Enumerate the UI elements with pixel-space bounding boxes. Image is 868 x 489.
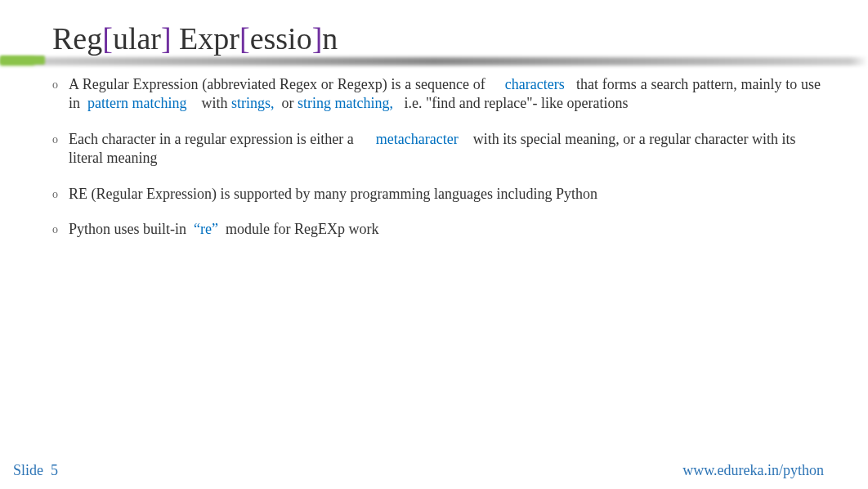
text-segment: A Regular Expression (abbreviated Regex … [69, 76, 490, 92]
slide-label: Slide [13, 462, 43, 478]
footer-url[interactable]: www.edureka.in/python [682, 462, 824, 479]
title-segment: n [322, 21, 338, 56]
slide-number: Slide 5 [13, 462, 58, 479]
title-divider [0, 57, 868, 65]
text-segment: i.e. "find and replace"- like operations [400, 95, 629, 111]
title-segment: Expr [172, 21, 239, 56]
list-item-text: A Regular Expression (abbreviated Regex … [69, 75, 821, 114]
bullet-marker: o [52, 75, 69, 114]
bullet-marker: o [52, 220, 69, 239]
text-segment: Each character in a regular expression i… [69, 131, 357, 147]
title-bracket: ] [312, 21, 323, 56]
list-item-text: Python uses built-in “re” module for Reg… [69, 220, 821, 239]
title-bracket: ] [161, 21, 172, 56]
list-item: o A Regular Expression (abbreviated Rege… [52, 75, 821, 114]
content-list: o A Regular Expression (abbreviated Rege… [52, 75, 821, 255]
text-segment: or [278, 95, 298, 111]
title-segment: essio [250, 21, 312, 56]
link-strings[interactable]: strings, [231, 95, 275, 111]
link-re-module[interactable]: “re” [194, 221, 218, 237]
title-segment: ular [113, 21, 161, 56]
text-segment: with [198, 95, 231, 111]
list-item: o RE (Regular Expression) is supported b… [52, 185, 821, 204]
accent-bar [0, 56, 45, 65]
page-title: Reg[ular] Expr[essio]n [52, 20, 338, 56]
text-segment: module for RegEXp work [221, 221, 378, 237]
link-metacharacter[interactable]: metacharacter [376, 131, 459, 147]
link-characters[interactable]: characters [505, 76, 565, 92]
text-segment: Python uses built-in [69, 221, 190, 237]
list-item-text: Each character in a regular expression i… [69, 130, 821, 168]
link-string-matching[interactable]: string matching, [298, 95, 393, 111]
bullet-marker: o [52, 130, 69, 168]
title-bracket: [ [239, 21, 250, 56]
list-item: o Each character in a regular expression… [52, 130, 821, 168]
title-bracket: [ [102, 21, 113, 56]
bullet-marker: o [52, 185, 69, 204]
list-item: o Python uses built-in “re” module for R… [52, 220, 821, 239]
text-segment: RE (Regular Expression) is supported by … [69, 186, 597, 202]
link-pattern-matching[interactable]: pattern matching [87, 95, 186, 111]
slide-number-value: 5 [51, 462, 58, 478]
title-segment: Reg [52, 21, 102, 56]
list-item-text: RE (Regular Expression) is supported by … [69, 185, 821, 204]
